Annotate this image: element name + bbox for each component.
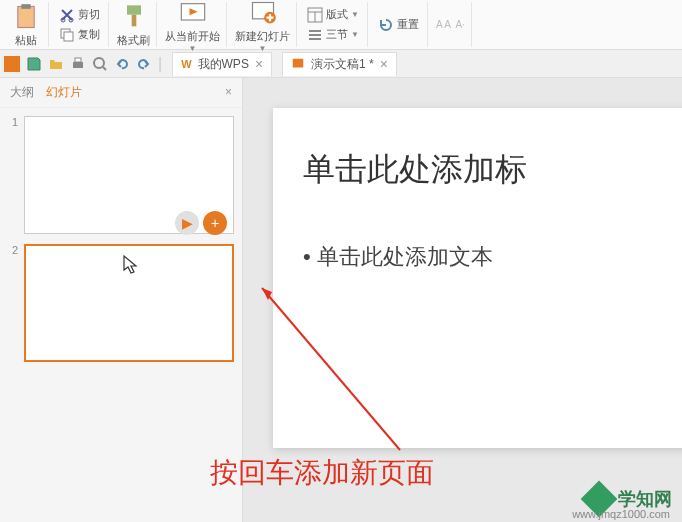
preview-icon[interactable] (92, 56, 108, 72)
format-painter-button[interactable] (118, 1, 150, 33)
svg-rect-18 (73, 62, 83, 68)
layout-label: 版式 (326, 7, 348, 22)
slide-panel: 大纲 幻灯片 × 1 ▶ + 2 (0, 78, 243, 522)
svg-rect-5 (64, 32, 73, 41)
slide-body-placeholder[interactable]: 单击此处添加文本 (303, 242, 663, 272)
current-slide[interactable]: 单击此处添加标 单击此处添加文本 (273, 108, 682, 448)
tab-my-wps[interactable]: W 我的WPS × (172, 52, 272, 76)
close-icon[interactable]: × (255, 56, 263, 72)
watermark-url: www.jmqz1000.com (572, 508, 670, 520)
save-icon[interactable] (26, 56, 42, 72)
font-controls[interactable]: A A A· (436, 19, 465, 30)
tab-document[interactable]: 演示文稿1 * × (282, 52, 397, 76)
slides-tab[interactable]: 幻灯片 (46, 84, 82, 101)
annotation-text: 按回车添加新页面 (210, 454, 434, 492)
thumb-number: 1 (8, 116, 18, 128)
svg-rect-1 (21, 4, 30, 9)
open-icon[interactable] (48, 56, 64, 72)
reset-button[interactable]: 重置 (376, 15, 421, 35)
wps-logo-icon: W (181, 58, 191, 70)
play-slide-icon[interactable]: ▶ (175, 211, 199, 235)
layout-button[interactable]: 版式▼ (305, 5, 361, 25)
app-icon (4, 56, 20, 72)
copy-label: 复制 (78, 27, 100, 42)
svg-rect-0 (18, 7, 34, 28)
chevron-down-icon[interactable]: ▼ (351, 30, 359, 39)
from-current-button[interactable] (177, 0, 209, 29)
redo-icon[interactable] (136, 56, 152, 72)
presentation-icon (291, 57, 305, 71)
sections-label: 三节 (326, 27, 348, 42)
svg-rect-22 (293, 59, 304, 68)
svg-rect-6 (127, 5, 141, 14)
copy-button[interactable]: 复制 (57, 25, 102, 45)
slide-title-placeholder[interactable]: 单击此处添加标 (303, 148, 663, 192)
undo-icon[interactable] (114, 56, 130, 72)
print-icon[interactable] (70, 56, 86, 72)
new-slide-label: 新建幻灯片 (235, 29, 290, 44)
svg-rect-17 (4, 56, 20, 72)
outline-tab[interactable]: 大纲 (10, 84, 34, 101)
paste-button[interactable] (10, 1, 42, 33)
svg-point-20 (94, 58, 104, 68)
tab-document-label: 演示文稿1 * (311, 56, 374, 73)
svg-rect-19 (75, 58, 81, 62)
cut-label: 剪切 (78, 7, 100, 22)
new-slide-button[interactable] (247, 0, 279, 29)
slide-thumbnail-1[interactable]: ▶ + (24, 116, 234, 234)
sections-button[interactable]: 三节▼ (305, 25, 361, 45)
svg-rect-7 (131, 15, 136, 27)
paste-label: 粘贴 (15, 33, 37, 48)
chevron-down-icon[interactable]: ▼ (351, 10, 359, 19)
cut-button[interactable]: 剪切 (57, 5, 102, 25)
format-painter-label: 格式刷 (117, 33, 150, 48)
reset-label: 重置 (397, 17, 419, 32)
tab-my-wps-label: 我的WPS (198, 56, 249, 73)
ribbon-toolbar: 粘贴 剪切 复制 格式刷 从当前开始▼ 新建幻灯片▼ 版式▼ (0, 0, 682, 50)
close-icon[interactable]: × (380, 56, 388, 72)
svg-line-21 (103, 67, 106, 70)
from-current-label: 从当前开始 (165, 29, 220, 44)
close-panel-icon[interactable]: × (225, 85, 232, 99)
thumb-number: 2 (8, 244, 18, 256)
add-slide-icon[interactable]: + (203, 211, 227, 235)
quick-access-bar: | W 我的WPS × 演示文稿1 * × (0, 50, 682, 78)
cursor-icon (122, 254, 140, 276)
